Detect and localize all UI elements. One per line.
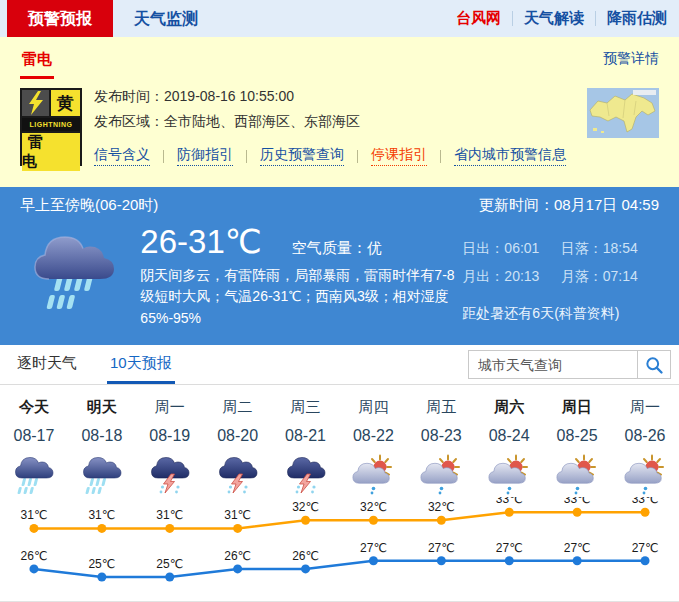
thunderstorm-icon: [272, 451, 340, 497]
temperature-label: 25℃: [156, 557, 183, 571]
alert-links-row: 信号含义 防御指引 历史预警查询 停课指引 省内城市预警信息: [94, 146, 659, 166]
link-typhoon-net[interactable]: 台风网: [456, 9, 501, 28]
temperature-label: 27℃: [632, 541, 659, 555]
day-date: 08-24: [475, 427, 543, 445]
alert-type-tab[interactable]: 雷电: [20, 50, 54, 79]
sun-shower-icon: [407, 451, 475, 497]
hero-center: 26-31℃ 空气质量：优 阴天间多云，有雷阵雨，局部暴雨，雷雨时伴有7-8级短…: [140, 222, 462, 329]
day-name: 周二: [204, 398, 272, 417]
sun-shower-icon: [611, 451, 679, 497]
data-point: [301, 564, 310, 573]
forecast-period: 早上至傍晚(06-20时): [20, 196, 158, 215]
forecast-day[interactable]: 周二08-20: [204, 398, 272, 497]
thunderstorm-icon: [204, 451, 272, 497]
forecast-day[interactable]: 周五08-23: [407, 398, 475, 497]
temperature-label: 25℃: [88, 557, 115, 571]
temperature-label: 33℃: [632, 497, 659, 506]
temperature-trend-chart: 31℃31℃31℃31℃32℃32℃32℃33℃33℃33℃26℃25℃25℃2…: [0, 497, 679, 601]
day-date: 08-22: [339, 427, 407, 445]
warning-map-thumbnail[interactable]: [587, 88, 659, 138]
day-name: 周五: [407, 398, 475, 417]
hero-right-column: 日出：06:01 日落：18:54 月出：20:13 月落：07:14 距处暑还…: [462, 222, 659, 329]
temperature-label: 31℃: [88, 508, 115, 522]
data-point: [369, 556, 378, 565]
warning-details-link[interactable]: 预警详情: [603, 50, 659, 68]
temperature-label: 31℃: [156, 508, 183, 522]
data-point: [97, 524, 106, 533]
link-weather-interpretation[interactable]: 天气解读: [524, 9, 584, 28]
data-point: [505, 556, 514, 565]
top-navigation: 预警预报 天气监测 台风网 天气解读 降雨估测: [0, 0, 679, 37]
link-class-suspension-guide[interactable]: 停课指引: [371, 146, 427, 166]
temperature-label: 31℃: [224, 508, 251, 522]
temperature-label: 32℃: [360, 500, 387, 514]
forecast-section: 逐时天气 10天预报 今天08-17明天08-18周一08-19周二08-20周…: [0, 345, 679, 601]
day-date: 08-18: [68, 427, 136, 445]
forecast-day[interactable]: 周六08-24: [475, 398, 543, 497]
day-name: 周四: [339, 398, 407, 417]
data-point: [641, 556, 650, 565]
city-search-input[interactable]: [468, 350, 638, 379]
forecast-day[interactable]: 周一08-19: [136, 398, 204, 497]
day-date: 08-17: [0, 427, 68, 445]
link-province-city-warnings[interactable]: 省内城市预警信息: [454, 146, 566, 166]
separator: [246, 150, 247, 163]
data-point: [233, 564, 242, 573]
separator: [595, 11, 596, 26]
trend-line: [34, 512, 645, 528]
forecast-day[interactable]: 周四08-22: [339, 398, 407, 497]
hero-main: 26-31℃ 空气质量：优 阴天间多云，有雷阵雨，局部暴雨，雷雨时伴有7-8级短…: [20, 222, 659, 329]
separator: [163, 150, 164, 163]
publish-time-row: 发布时间：2019-08-16 10:55:00: [94, 88, 659, 106]
temperature-range: 26-31℃: [140, 222, 261, 261]
day-date: 08-21: [272, 427, 340, 445]
separator: [357, 150, 358, 163]
data-point: [437, 556, 446, 565]
forecast-day[interactable]: 明天08-18: [68, 398, 136, 497]
top-links: 台风网 天气解读 降雨估测: [456, 0, 679, 37]
alert-body: 黄 LIGHTNING 雷 电 发布时间：2019-08-16 10:55:00…: [20, 86, 659, 170]
link-signal-meaning[interactable]: 信号含义: [94, 146, 150, 166]
warning-type-text: 雷 电: [22, 133, 80, 171]
alert-section: 雷电 预警详情 黄 LIGHTNING 雷 电 发布时间：2019-08-16 …: [0, 37, 679, 187]
tab-hourly-weather[interactable]: 逐时天气: [14, 354, 80, 384]
thunderstorm-icon: [136, 451, 204, 497]
temperature-label: 33℃: [564, 497, 591, 506]
data-point: [437, 516, 446, 525]
sun-moon-times: 日出：06:01 日落：18:54 月出：20:13 月落：07:14: [462, 240, 659, 286]
publish-area-row: 发布区域：全市陆地、西部海区、东部海区: [94, 113, 659, 131]
forecast-day[interactable]: 周一08-26: [611, 398, 679, 497]
link-defense-guide[interactable]: 防御指引: [177, 146, 233, 166]
forecast-day[interactable]: 今天08-17: [0, 398, 68, 497]
trend-line: [34, 561, 645, 577]
forecast-day[interactable]: 周三08-21: [272, 398, 340, 497]
temperature-label: 26℃: [224, 549, 251, 563]
search-button[interactable]: [638, 350, 671, 379]
moonset: 月落：07:14: [561, 268, 659, 286]
tab-weather-monitoring[interactable]: 天气监测: [113, 0, 219, 37]
lightning-bolt-icon: [22, 90, 49, 116]
day-name: 明天: [68, 398, 136, 417]
data-point: [233, 524, 242, 533]
air-quality: 空气质量：优: [292, 239, 382, 258]
lightning-yellow-warning-icon: 黄 LIGHTNING 雷 电: [20, 88, 82, 166]
publish-area-label: 发布区域：: [94, 113, 164, 129]
data-point: [573, 556, 582, 565]
sun-shower-icon: [475, 451, 543, 497]
weather-warning-page: 预警预报 天气监测 台风网 天气解读 降雨估测 雷电 预警详情 黄 LIGHT: [0, 0, 679, 602]
tab-ten-day-forecast[interactable]: 10天预报: [107, 354, 175, 384]
link-history-warning-query[interactable]: 历史预警查询: [260, 146, 344, 166]
link-rainfall-estimate[interactable]: 降雨估测: [607, 9, 667, 28]
heavy-rain-icon: [0, 451, 68, 497]
temperature-label: 33℃: [496, 497, 523, 506]
day-name: 周三: [272, 398, 340, 417]
day-name: 周一: [136, 398, 204, 417]
day-date: 08-25: [543, 427, 611, 445]
publish-time-value: 2019-08-16 10:55:00: [164, 88, 294, 104]
solar-term-countdown[interactable]: 距处暑还有6天(科普资料): [462, 305, 659, 323]
tab-warning-forecast[interactable]: 预警预报: [7, 0, 113, 37]
separator: [512, 11, 513, 26]
day-name: 周日: [543, 398, 611, 417]
forecast-day[interactable]: 周日08-25: [543, 398, 611, 497]
day-name: 周一: [611, 398, 679, 417]
